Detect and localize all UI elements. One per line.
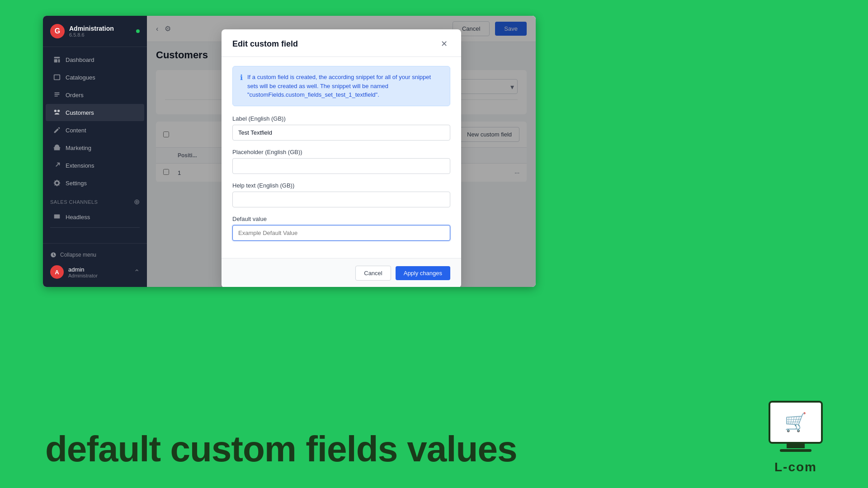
info-banner: ℹ If a custom field is created, the acco… [232,66,450,106]
sidebar-item-label: Customers [66,109,94,116]
sidebar-footer: Collapse menu A admin Administrator ⌃ [43,243,147,287]
online-indicator [136,29,140,33]
headless-icon [53,213,61,221]
app-info: Administration 6.5.8.6 [69,25,114,38]
modal-apply-button[interactable]: Apply changes [396,266,450,280]
label-field-group: Label (English (GB)) [232,115,450,141]
sidebar-item-label: Settings [66,180,87,187]
modal-title: Edit custom field [232,39,298,49]
add-sales-channel-icon[interactable]: ⊕ [134,197,140,206]
settings-icon [53,179,61,187]
user-avatar: A [50,265,64,279]
clock-icon [50,252,57,258]
content-icon [53,126,61,134]
sidebar-item-label: Headless [66,214,90,221]
modal-close-button[interactable]: ✕ [438,38,450,50]
sidebar-item-extensions[interactable]: Extensions [46,157,144,174]
help-text-input[interactable] [232,192,450,207]
user-name: admin [68,266,98,273]
sidebar-item-settings[interactable]: Settings [46,174,144,192]
edit-custom-field-modal: Edit custom field ✕ ℹ If a custom field … [222,29,461,287]
sidebar-item-label: Orders [66,92,84,99]
info-icon: ℹ [240,73,243,99]
customers-icon [53,108,61,117]
app-logo: G [50,24,65,38]
main-content: ‹ ⚙ Cancel Save Customers ▾ [147,16,536,287]
sidebar-item-content[interactable]: Content [46,122,144,139]
sidebar-header: G Administration 6.5.8.6 [43,16,147,47]
placeholder-field-group: Placeholder (English (GB)) [232,149,450,174]
info-text: If a custom field is created, the accord… [247,73,443,99]
marketing-icon [53,144,61,152]
default-value-field-group: Default value [232,216,450,241]
sidebar-nav: Dashboard Catalogues Orders Customers Co… [43,47,147,243]
orders-icon [53,91,61,99]
sidebar-item-label: Catalogues [66,74,95,81]
user-chevron-icon[interactable]: ⌃ [134,268,140,277]
sidebar-item-label: Dashboard [66,56,94,63]
lcom-label: L-com [774,460,817,474]
help-text-field-label: Help text (English (GB)) [232,182,450,189]
bottom-tagline: default custom fields values [45,428,517,470]
sidebar-item-customers[interactable]: Customers [46,104,144,121]
svg-rect-0 [54,215,60,219]
lcom-logo-area: 🛒 L-com [769,401,823,474]
placeholder-field-label: Placeholder (English (GB)) [232,149,450,155]
label-field-label: Label (English (GB)) [232,115,450,122]
sidebar-item-label: Marketing [66,145,91,151]
placeholder-input[interactable] [232,158,450,174]
app-window: G Administration 6.5.8.6 Dashboard Catal… [43,16,536,287]
sidebar-item-label: Extensions [66,162,94,169]
sidebar-item-dashboard[interactable]: Dashboard [46,51,144,68]
sidebar-item-catalogues[interactable]: Catalogues [46,69,144,86]
modal-overlay: Edit custom field ✕ ℹ If a custom field … [147,16,536,287]
dashboard-icon [53,56,61,64]
user-info: A admin Administrator ⌃ [50,261,140,282]
sales-channels-section: Sales Channels ⊕ [43,192,147,208]
app-name: Administration [69,25,114,32]
modal-body: ℹ If a custom field is created, the acco… [222,57,461,258]
sidebar: G Administration 6.5.8.6 Dashboard Catal… [43,16,147,287]
sidebar-divider [50,227,140,228]
label-input[interactable] [232,125,450,141]
modal-footer: Cancel Apply changes [222,258,461,287]
modal-header: Edit custom field ✕ [222,29,461,57]
lcom-monitor-icon: 🛒 [769,401,823,444]
sidebar-item-label: Content [66,127,86,134]
sidebar-item-marketing[interactable]: Marketing [46,139,144,156]
help-text-field-group: Help text (English (GB)) [232,182,450,207]
extensions-icon [53,161,61,169]
sidebar-item-headless[interactable]: Headless [46,208,144,225]
modal-cancel-button[interactable]: Cancel [355,266,391,281]
cart-icon: 🛒 [784,412,807,433]
app-version: 6.5.8.6 [69,32,114,38]
catalogue-icon [53,73,61,81]
user-details: admin Administrator [68,266,98,278]
default-value-input[interactable] [232,225,450,241]
collapse-menu-button[interactable]: Collapse menu [50,249,140,261]
default-value-field-label: Default value [232,216,450,222]
sidebar-item-orders[interactable]: Orders [46,86,144,103]
user-role: Administrator [68,273,98,278]
